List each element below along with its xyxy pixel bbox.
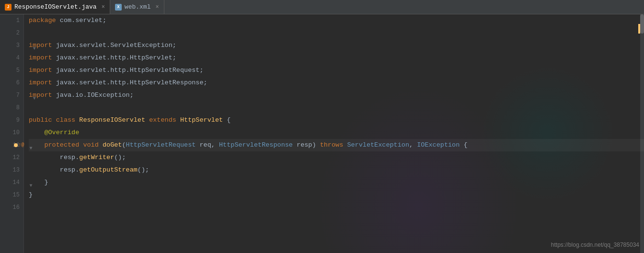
debug-marker xyxy=(14,143,18,147)
code-line-13[interactable]: resp.getOutputStream(); xyxy=(29,164,644,176)
token: } xyxy=(29,189,33,201)
code-line-7[interactable]: import java.io.IOException; xyxy=(29,89,644,102)
token: package xyxy=(29,14,60,27)
token: void xyxy=(83,139,103,151)
code-line-15[interactable]: } xyxy=(29,189,644,201)
token: ResponseIOServlet xyxy=(79,114,149,126)
token: public xyxy=(29,114,56,126)
token: throws xyxy=(320,139,347,151)
token: protected xyxy=(44,139,83,151)
token: import xyxy=(29,77,56,89)
code-line-10[interactable]: @Override xyxy=(29,126,644,139)
code-line-12[interactable]: resp.getWriter(); xyxy=(29,151,644,164)
token: { xyxy=(227,114,230,126)
token: resp. xyxy=(60,164,80,176)
token: @Override xyxy=(44,126,79,139)
token xyxy=(29,164,60,176)
token: class xyxy=(56,114,80,126)
token: import xyxy=(29,64,56,77)
line-number-2: 2 xyxy=(16,27,20,39)
code-line-1[interactable]: package com.servlet; xyxy=(29,14,644,27)
token: import xyxy=(29,39,56,52)
token: import xyxy=(29,52,56,64)
code-line-11[interactable]: protected void doGet(HttpServletRequest … xyxy=(29,139,644,151)
code-line-6[interactable]: import javax.servlet.http.HttpServletRes… xyxy=(29,77,644,89)
code-line-14[interactable]: } xyxy=(29,176,644,189)
line-number-14: ▼14 xyxy=(13,176,20,189)
token: java.io.IOException; xyxy=(56,89,134,102)
line-number-7: ▼7 xyxy=(16,89,20,102)
code-line-4[interactable]: import javax.servlet.http.HttpServlet; xyxy=(29,52,644,64)
line-number-4: 4 xyxy=(16,52,20,64)
token: javax.servlet.http.HttpServlet; xyxy=(56,52,176,64)
xml-file-icon: X xyxy=(115,4,122,11)
line-number-1: 1 xyxy=(16,14,20,27)
token: HttpServletResponse xyxy=(219,139,297,151)
token: (); xyxy=(138,164,149,176)
debug-at-icon: ↑@ xyxy=(19,139,24,151)
token: doGet xyxy=(103,139,122,151)
token: (); xyxy=(114,151,126,164)
line-number-3: ▼3 xyxy=(16,39,20,52)
yellow-accent xyxy=(638,24,640,34)
tab-xml[interactable]: X web.xml × xyxy=(110,0,164,14)
code-editor: 12▼3456▼78910↑@▼111213▼141516 package co… xyxy=(0,14,644,253)
line-number-10: 10 xyxy=(13,126,20,139)
token xyxy=(29,126,44,139)
token: resp. xyxy=(60,151,80,164)
line-number-gutter: 12▼3456▼78910↑@▼111213▼141516 xyxy=(0,14,24,253)
tab-bar: J ResponseIOServlet.java × X web.xml × xyxy=(0,0,644,14)
tab-xml-close[interactable]: × xyxy=(155,4,159,11)
code-line-16[interactable] xyxy=(29,201,644,214)
token: } xyxy=(29,176,48,189)
tab-java-close[interactable]: × xyxy=(102,4,105,11)
line-number-13: 13 xyxy=(13,164,20,176)
token: IOException xyxy=(417,139,463,151)
token: getWriter xyxy=(79,151,114,164)
token: resp) xyxy=(297,139,320,151)
code-line-9[interactable]: public class ResponseIOServlet extends H… xyxy=(29,114,644,126)
token: , xyxy=(409,139,417,151)
token: javax.servlet.ServletException; xyxy=(56,39,176,52)
token: ( xyxy=(122,139,126,151)
token: HttpServlet xyxy=(180,114,227,126)
line-number-6: 6 xyxy=(16,77,20,89)
token: javax.servlet.http.HttpServletResponse; xyxy=(56,77,207,89)
line-number-12: 12 xyxy=(13,151,20,164)
token: getOutputStream xyxy=(79,164,138,176)
line-number-16: 16 xyxy=(13,201,20,214)
tab-java-label: ResponseIOServlet.java xyxy=(14,3,97,11)
line-number-5: 5 xyxy=(16,64,20,77)
token: ServletException xyxy=(347,139,409,151)
token: req, xyxy=(200,139,219,151)
line-number-9: 9 xyxy=(16,114,20,126)
tab-java[interactable]: J ResponseIOServlet.java × xyxy=(0,0,110,14)
token: { xyxy=(463,139,467,151)
code-line-8[interactable] xyxy=(29,102,644,114)
code-content[interactable]: package com.servlet;import javax.servlet… xyxy=(24,14,644,253)
code-line-5[interactable]: import javax.servlet.http.HttpServletReq… xyxy=(29,64,644,77)
code-line-3[interactable]: import javax.servlet.ServletException; xyxy=(29,39,644,52)
token xyxy=(29,139,44,151)
token: import xyxy=(29,89,56,102)
token: HttpServletRequest xyxy=(126,139,200,151)
token: extends xyxy=(149,114,180,126)
line-number-11: ↑@▼11 xyxy=(13,139,20,151)
tab-xml-label: web.xml xyxy=(125,3,151,11)
token: javax.servlet.http.HttpServletRequest; xyxy=(56,64,204,77)
line-number-15: 15 xyxy=(13,189,20,201)
line-number-8: 8 xyxy=(16,102,20,114)
java-file-icon: J xyxy=(5,4,12,11)
code-line-2[interactable] xyxy=(29,27,644,39)
token xyxy=(29,151,60,164)
token: com.servlet; xyxy=(60,14,106,27)
